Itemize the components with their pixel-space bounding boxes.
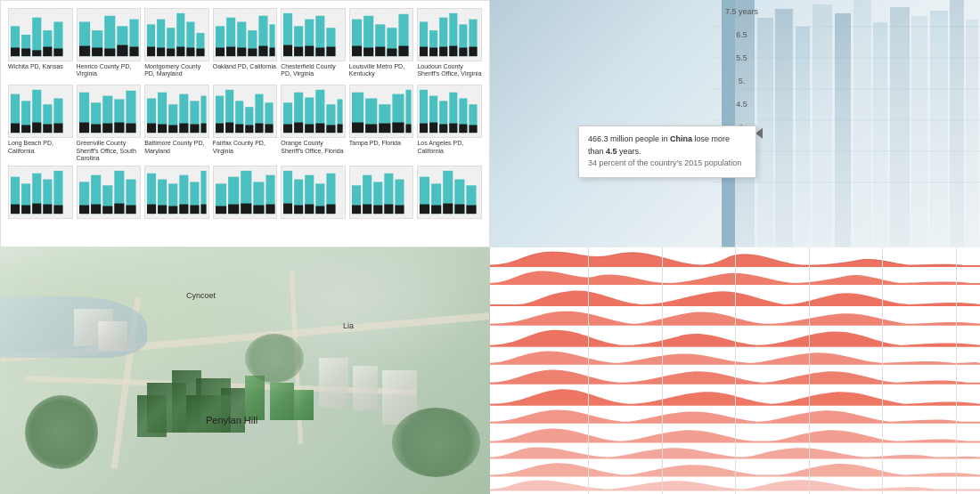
svg-rect-263 [437, 90, 437, 91]
svg-rect-196 [150, 90, 151, 91]
charts-grid: Wichita PD, Kansas [8, 8, 482, 239]
svg-rect-178 [43, 125, 52, 134]
svg-rect-40 [109, 13, 110, 14]
tooltip-text: 466.3 million people in China lose more … [588, 134, 730, 156]
chart-item-22 [349, 166, 414, 239]
chart-visual-11 [144, 85, 209, 138]
chart-item-23 [417, 166, 482, 239]
svg-rect-110 [269, 48, 274, 57]
svg-rect-131 [368, 13, 369, 14]
svg-rect-8 [13, 22, 14, 23]
svg-rect-365 [420, 205, 429, 215]
chart-item-14: Tampa PD, Florida [349, 85, 414, 162]
svg-rect-321 [201, 205, 207, 215]
chart-item-20 [213, 166, 278, 239]
svg-rect-85 [176, 47, 184, 57]
svg-rect-354 [352, 206, 361, 215]
svg-rect-21 [31, 39, 32, 40]
vgrid-3 [735, 247, 736, 495]
svg-rect-210 [191, 125, 200, 134]
svg-rect-31 [11, 48, 20, 57]
building-white-1 [319, 358, 348, 408]
building-light-1 [245, 376, 265, 420]
vgrid-6 [956, 247, 957, 495]
svg-rect-143 [375, 47, 385, 57]
svg-rect-320 [191, 206, 200, 215]
svg-rect-319 [179, 205, 188, 215]
svg-rect-10 [31, 22, 32, 23]
svg-rect-289 [32, 204, 41, 215]
chart-visual-1 [8, 8, 73, 61]
svg-rect-147 [422, 13, 423, 14]
svg-rect-368 [455, 205, 465, 215]
svg-rect-192 [102, 124, 112, 134]
svg-rect-41 [118, 13, 118, 14]
svg-rect-280 [27, 171, 28, 172]
svg-rect-272 [420, 124, 428, 134]
y-label-3: 5.5 [725, 53, 758, 62]
svg-rect-330 [216, 207, 226, 215]
map-container: Cyncoet Lia Penylan Hill [0, 247, 490, 495]
svg-rect-355 [363, 205, 372, 215]
chart-label-2: Henrico County PD, Virginia [77, 63, 142, 78]
chart-item-13: Orange County Sheriff's Office, Florida [281, 85, 346, 162]
tooltip-subtext: 34 percent of the country's 2015 populat… [588, 158, 741, 167]
svg-rect-4 [40, 13, 41, 14]
svg-rect-345 [305, 205, 314, 215]
svg-rect-387 [950, 0, 964, 247]
building-white-5 [98, 321, 127, 351]
chart-visual-10 [77, 85, 142, 138]
svg-rect-39 [100, 13, 101, 14]
chart-item-21 [281, 166, 346, 239]
svg-rect-164 [13, 90, 14, 91]
svg-rect-317 [158, 206, 167, 215]
svg-rect-334 [265, 205, 274, 215]
svg-rect-331 [228, 205, 239, 215]
svg-rect-33 [32, 50, 41, 56]
chart-visual-9 [8, 85, 73, 138]
svg-rect-142 [363, 48, 373, 57]
svg-rect-35 [53, 48, 62, 56]
svg-rect-378 [775, 9, 793, 247]
svg-rect-145 [398, 46, 408, 57]
svg-rect-226 [245, 126, 253, 134]
svg-rect-206 [147, 124, 156, 134]
svg-rect-207 [158, 125, 167, 134]
chart-visual-22 [349, 166, 414, 219]
svg-rect-89 [218, 13, 219, 14]
svg-rect-247 [355, 90, 355, 91]
svg-rect-307 [150, 171, 151, 172]
quadrant-bottom-left: Cyncoet Lia Penylan Hill [0, 247, 490, 495]
svg-rect-159 [440, 47, 448, 57]
svg-rect-224 [225, 123, 233, 134]
chart-label-11: Baltimore County PD, Maryland [144, 140, 209, 155]
vgrid-4 [809, 247, 810, 495]
svg-rect-2 [22, 13, 23, 14]
svg-rect-208 [168, 126, 177, 134]
vgrid-5 [882, 247, 883, 495]
svg-rect-290 [43, 205, 52, 215]
chart-label-10: Greenville County Sheriff's Office, Sout… [77, 140, 142, 162]
svg-rect-379 [796, 27, 810, 247]
svg-rect-42 [127, 13, 127, 14]
svg-rect-91 [245, 13, 246, 14]
svg-rect-86 [187, 48, 195, 57]
svg-rect-90 [232, 13, 233, 14]
svg-rect-58 [79, 46, 90, 57]
chart-item-18 [77, 166, 142, 239]
svg-rect-48 [91, 30, 92, 31]
building-light-2 [270, 383, 295, 420]
quadrant-top-left: Wichita PD, Kansas [0, 0, 490, 247]
aq-tooltip: 466.3 million people in China lose more … [578, 126, 756, 178]
chart-visual-19 [144, 166, 209, 219]
svg-rect-358 [395, 206, 404, 215]
svg-rect-92 [258, 13, 259, 14]
svg-rect-6 [58, 13, 59, 14]
svg-rect-366 [432, 206, 442, 215]
svg-rect-273 [430, 123, 438, 134]
chart-visual-12 [213, 85, 278, 138]
chart-label-6: Louisville Metro PD, Kentucky [349, 63, 414, 78]
svg-rect-62 [129, 47, 138, 57]
svg-rect-211 [201, 124, 207, 134]
chart-visual-20 [213, 166, 278, 219]
